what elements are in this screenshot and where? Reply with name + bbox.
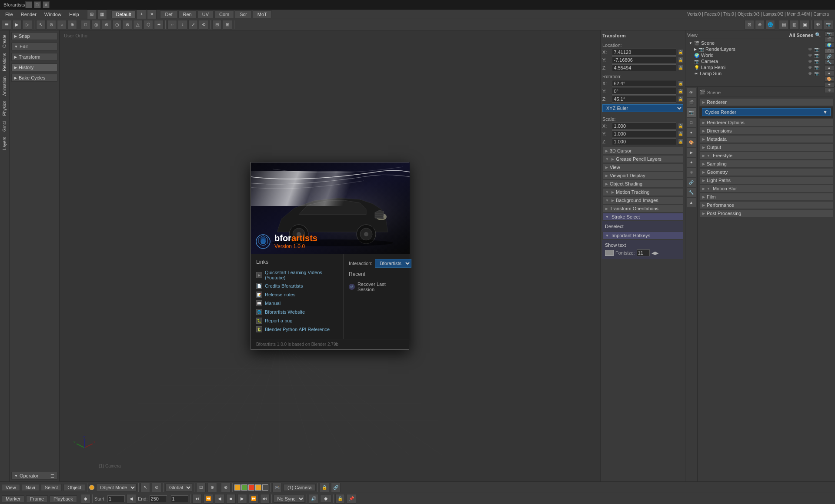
rot-x-input[interactable] [612,80,676,87]
splash-link-credits[interactable]: 📄 Credits Bforartists [256,282,338,290]
tb-icon-14[interactable]: ⬡ [144,20,153,30]
frame-step-btn[interactable]: ◀ [127,494,136,504]
tb-icon-2[interactable]: ▶ [12,20,22,30]
mode-select[interactable]: Object Mode [96,484,137,491]
prop-icon-modifiers[interactable]: 🔧 [825,60,834,65]
prop-icon-data[interactable]: ▲ [825,65,834,70]
splash-link-website[interactable]: 🌐 Bforartists Website [256,308,338,316]
recover-last-session-btn[interactable]: ↺ Recover Last Session [349,281,404,293]
loc-x-input[interactable] [612,49,676,56]
editor-type-btn[interactable]: ⊞ [87,10,97,19]
deselect-btn[interactable]: Deselect [605,223,681,230]
tab-uv[interactable]: UV [197,10,214,18]
tb-icon-13[interactable]: △ [133,20,143,30]
end-frame-input[interactable] [150,495,167,502]
outliner-renderlayers[interactable]: ▶ 📷 RenderLayers 👁 📷 [687,46,821,52]
game-btn[interactable]: 🎮 [272,483,282,492]
link-btn[interactable]: 🔗 [331,483,341,492]
prop-left-view[interactable]: 👁 [687,88,696,97]
tab-scr[interactable]: Scr [235,10,252,18]
tb-icon-12[interactable]: ⊘ [123,20,132,30]
editor-mode-btn[interactable]: ▦ [97,10,107,19]
tb-icon-21[interactable]: ⊞ [223,20,232,30]
prop-left-part[interactable]: ✦ [687,158,696,167]
object-btn[interactable]: Object [63,484,85,491]
scale-x-lock[interactable]: 🔒 [678,123,684,129]
splash-link-python[interactable]: 🐍 Blender Python API Reference [256,325,338,334]
prop-icon-scene[interactable]: 🎬 [825,37,834,42]
scale-y-input[interactable] [612,130,676,137]
splash-link-quickstart[interactable]: ▶ Quickstart Learning Videos (Youtube) [256,269,338,282]
viewport-display-section[interactable]: ▶ Viewport Display [602,172,683,179]
loc-x-lock[interactable]: 🔒 [678,49,684,55]
outliner-search-icon[interactable]: 🔍 [815,32,821,38]
tab-ren[interactable]: Ren [178,10,197,18]
prop-left-data[interactable]: ▲ [687,198,696,207]
transform-orientations-section[interactable]: ▶ Transform Orientations [602,205,683,212]
lock-btn[interactable]: 🔒 [320,483,329,492]
navi-btn[interactable]: Navi [22,484,39,491]
tb-icon-17[interactable]: ↕ [178,20,187,30]
menu-file[interactable]: File [2,11,17,18]
rot-y-input[interactable] [612,88,676,95]
sidebar-tab-create[interactable]: Create [1,32,8,50]
tb-icon-5[interactable]: ⊙ [47,20,56,30]
maximize-button[interactable]: □ [34,1,41,8]
prop-left-render[interactable]: 📷 [687,108,696,117]
menu-render[interactable]: Render [17,11,40,18]
tb-render-btn1[interactable]: ▤ [779,20,788,30]
scale-z-lock[interactable]: 🔒 [678,139,684,145]
tab-com[interactable]: Com [214,10,234,18]
color-2[interactable] [241,484,247,491]
loc-y-input[interactable] [612,56,676,63]
current-frame-input[interactable] [171,495,188,502]
tb-icon-15[interactable]: ☀ [154,20,164,30]
snap-icon[interactable]: ⊡ [196,483,206,492]
tb-render-btn2[interactable]: ▥ [789,20,799,30]
play-btn[interactable]: ▶ [237,494,247,504]
tb-small-1[interactable]: ↖ [140,483,150,492]
prop-left-tex[interactable]: 🎨 [687,138,696,147]
tb-icon-8[interactable]: □ [81,20,90,30]
metadata-header[interactable]: ▶ Metadata [699,135,833,143]
prop-left-obj[interactable]: □ [687,118,696,127]
marker-btn[interactable]: Marker [2,495,24,502]
important-hotkeys-section[interactable]: ▼ Important Hotkeys [602,232,683,239]
snap-header[interactable]: ▶ Snap [11,32,57,40]
tb-render-btn3[interactable]: ▣ [800,20,809,30]
sync-select[interactable]: No Sync [274,495,305,503]
tb-icon-6[interactable]: ○ [57,20,67,30]
audio-btn[interactable]: 🔊 [309,494,318,504]
tb-small-2[interactable]: ⊙ [152,483,161,492]
object-shading-section[interactable]: ▶ Object Shading [602,180,683,188]
sidebar-tab-layers[interactable]: Layers [1,134,8,153]
color-5[interactable] [262,484,268,491]
cam-sel-btn[interactable]: (1) Camera [284,484,316,491]
pin-timeline-btn[interactable]: 📌 [347,494,356,504]
rot-z-input[interactable] [612,96,676,103]
motion-tracking-section[interactable]: ▼ ▶ Motion Tracking [602,188,683,196]
loc-z-lock[interactable]: 🔒 [678,65,684,71]
edit-header[interactable]: ▼ Edit [11,43,57,50]
rot-y-lock[interactable]: 🔒 [678,88,684,94]
transform-header[interactable]: ▶ Transform [11,53,57,61]
scale-z-input[interactable] [612,138,676,145]
close-button[interactable]: ✕ [43,1,50,8]
tb-icon-3[interactable]: ▷ [23,20,32,30]
scale-x-input[interactable] [612,123,676,129]
sidebar-tab-grncl[interactable]: Grncl [1,119,8,134]
prop-icon-material[interactable]: ● [825,71,834,76]
prop-left-con[interactable]: 🔗 [687,178,696,187]
show-text-btn[interactable]: Show text [605,242,681,249]
stop-btn[interactable]: ■ [226,494,236,504]
sidebar-tab-animation[interactable]: Animation [1,74,8,98]
tab-def[interactable]: Def [160,10,177,18]
remove-workspace-btn[interactable]: ✕ [147,10,157,19]
tb-icon-7[interactable]: ⊕ [67,20,77,30]
film-header[interactable]: ▶ Film [699,193,833,201]
prop-icon-render[interactable]: 📷 [825,31,834,36]
menu-help[interactable]: Help [66,11,83,18]
fontsize-arrows[interactable]: ◀▶ [651,250,658,256]
tb-pivot-btn[interactable]: ⊕ [755,20,765,30]
outliner-lamp-sun[interactable]: ☀ Lamp Sun 👁 📷 [687,70,821,76]
